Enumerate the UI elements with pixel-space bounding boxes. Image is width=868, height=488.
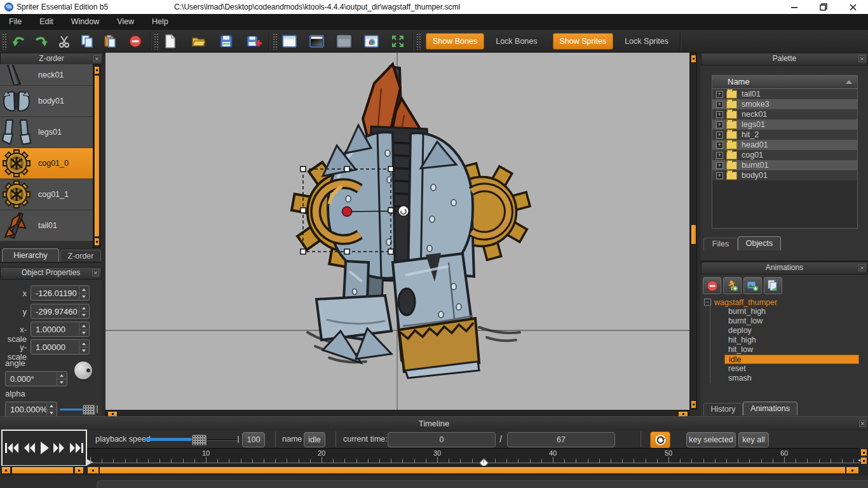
tab-hierarchy[interactable]: Hierarchy bbox=[2, 248, 59, 262]
key-selected-button[interactable]: key selected bbox=[686, 432, 736, 447]
x-spinner[interactable] bbox=[79, 287, 88, 299]
delete-animation-button[interactable] bbox=[703, 277, 721, 294]
delete-icon[interactable] bbox=[126, 32, 145, 50]
animation-root-node[interactable]: − wagstaff_thumper bbox=[704, 297, 868, 307]
palette-row-tail01[interactable]: +tail01 bbox=[712, 89, 857, 99]
copy-icon[interactable] bbox=[78, 32, 97, 50]
zorder-item-cog01_0[interactable]: cog01_0 bbox=[0, 148, 93, 179]
palette-row-body01[interactable]: +body01 bbox=[712, 170, 857, 180]
canvas-scroll-up-button[interactable] bbox=[691, 55, 696, 63]
toolbar-drag-handle[interactable] bbox=[416, 33, 421, 50]
menu-help[interactable]: Help bbox=[143, 14, 177, 30]
new-file-icon[interactable] bbox=[161, 32, 180, 50]
expand-icon[interactable]: + bbox=[716, 152, 723, 159]
rotate-handle[interactable] bbox=[398, 206, 409, 217]
palette-row-hit_2[interactable]: +hit_2 bbox=[712, 130, 857, 140]
yscale-field[interactable]: 1.00000 bbox=[31, 339, 90, 355]
skip-to-start-button[interactable] bbox=[4, 442, 20, 454]
timeline-scroll-right-button[interactable] bbox=[846, 466, 859, 474]
window-gray-icon[interactable] bbox=[334, 32, 353, 50]
playback-speed-track-empty[interactable] bbox=[207, 439, 238, 441]
minimize-button[interactable] bbox=[780, 0, 809, 14]
alpha-slider-handle[interactable] bbox=[83, 405, 95, 415]
angle-spinner[interactable] bbox=[57, 372, 66, 385]
palette-row-smoke3[interactable]: +smoke3 bbox=[712, 99, 857, 109]
timeline-scroll-thumb[interactable] bbox=[99, 466, 846, 474]
play-button[interactable] bbox=[39, 441, 50, 455]
canvas[interactable] bbox=[105, 53, 689, 410]
zorder-item-tail01[interactable]: tail01 bbox=[0, 210, 93, 241]
timeline-close-icon[interactable]: ✕ bbox=[859, 420, 866, 427]
xscale-spinner[interactable] bbox=[79, 323, 88, 336]
menu-edit[interactable]: Edit bbox=[31, 14, 62, 30]
zorder-item-body01[interactable]: body01 bbox=[0, 86, 93, 117]
object-properties-close-icon[interactable]: ✕ bbox=[92, 269, 99, 276]
canvas-vertical-scrollbar[interactable] bbox=[689, 53, 697, 410]
add-image-button[interactable] bbox=[743, 277, 762, 294]
expand-icon[interactable]: + bbox=[716, 121, 723, 128]
angle-dial[interactable] bbox=[74, 362, 92, 379]
cut-icon[interactable] bbox=[55, 32, 74, 50]
toolbar-drag-handle[interactable] bbox=[2, 33, 6, 50]
canvas-vertical-thumb[interactable] bbox=[691, 224, 696, 245]
x-field[interactable]: -126.01190 bbox=[31, 285, 90, 301]
lock-bones-button[interactable]: Lock Bones bbox=[489, 34, 543, 49]
menu-file[interactable]: File bbox=[0, 14, 31, 30]
palette-column-header[interactable]: Name bbox=[712, 76, 857, 89]
save-icon[interactable] bbox=[217, 32, 236, 50]
zorder-close-icon[interactable]: ✕ bbox=[93, 55, 100, 62]
next-frame-button[interactable] bbox=[52, 442, 65, 454]
restore-button[interactable] bbox=[809, 0, 838, 14]
duration-field[interactable]: 67 bbox=[507, 432, 615, 447]
zorder-item-cog01_1[interactable]: cog01_1 bbox=[0, 179, 93, 210]
y-field[interactable]: -299.97460 bbox=[31, 304, 90, 319]
xscale-field[interactable]: 1.00000 bbox=[31, 322, 90, 337]
zorder-item-legs01[interactable]: legs01 bbox=[0, 117, 93, 148]
alpha-field[interactable]: 100.000% bbox=[5, 402, 57, 417]
show-sprites-button[interactable]: Show Sprites bbox=[553, 33, 614, 50]
save-as-icon[interactable] bbox=[245, 32, 264, 50]
skip-to-end-button[interactable] bbox=[69, 442, 84, 454]
paste-icon[interactable] bbox=[100, 32, 119, 50]
palette-row-burnt01[interactable]: +burnt01 bbox=[712, 160, 857, 170]
alpha-slider-track[interactable] bbox=[60, 409, 83, 410]
zorder-scroll-thumb[interactable] bbox=[94, 75, 100, 237]
collapse-icon[interactable]: − bbox=[704, 299, 711, 306]
loop-playback-button[interactable] bbox=[650, 431, 670, 449]
alpha-spinner[interactable] bbox=[46, 403, 56, 416]
toolbar-drag-handle[interactable] bbox=[154, 33, 158, 50]
key-all-button[interactable]: key all bbox=[738, 432, 769, 447]
open-file-icon[interactable] bbox=[189, 32, 208, 50]
duplicate-animation-button[interactable] bbox=[764, 277, 782, 294]
undo-icon[interactable] bbox=[9, 32, 28, 50]
playback-speed-track-filled[interactable] bbox=[145, 438, 192, 441]
pivot-handle[interactable] bbox=[342, 207, 352, 217]
expand-icon[interactable]: + bbox=[716, 91, 723, 98]
show-bones-button[interactable]: Show Bones bbox=[426, 33, 484, 50]
current-time-field[interactable]: 0 bbox=[388, 432, 496, 447]
expand-icon[interactable]: + bbox=[716, 111, 723, 118]
left-scroll-thumb[interactable] bbox=[11, 466, 74, 474]
expand-icon[interactable]: + bbox=[716, 172, 723, 179]
playback-speed-handle[interactable] bbox=[192, 435, 207, 445]
zorder-scroll-up-button[interactable] bbox=[94, 66, 100, 74]
center-view-icon[interactable] bbox=[388, 32, 407, 50]
expand-icon[interactable]: + bbox=[716, 101, 723, 108]
window-light-icon[interactable] bbox=[280, 32, 299, 50]
playback-speed-value[interactable]: 100 bbox=[242, 432, 265, 447]
animation-item-hit_high[interactable]: hit_high bbox=[724, 336, 868, 345]
animation-item-burnt_high[interactable]: burnt_high bbox=[724, 307, 868, 316]
animation-item-deploy[interactable]: deploy bbox=[724, 326, 868, 336]
animation-item-idle[interactable]: idle bbox=[724, 355, 859, 364]
add-animation-button[interactable] bbox=[723, 277, 742, 294]
animation-name-value[interactable]: idle bbox=[304, 432, 325, 447]
expand-icon[interactable]: + bbox=[716, 162, 723, 169]
y-spinner[interactable] bbox=[79, 305, 88, 318]
left-scroll-left-button[interactable] bbox=[1, 466, 11, 474]
zorder-item-neck01[interactable]: neck01 bbox=[0, 64, 93, 86]
tab-zorder[interactable]: Z-order bbox=[60, 250, 101, 262]
palette-row-neck01[interactable]: +neck01 bbox=[712, 109, 857, 119]
animation-item-hit_low[interactable]: hit_low bbox=[724, 345, 868, 355]
toolbar-drag-handle[interactable] bbox=[273, 33, 277, 50]
zorder-scroll-down-button[interactable] bbox=[94, 238, 100, 246]
